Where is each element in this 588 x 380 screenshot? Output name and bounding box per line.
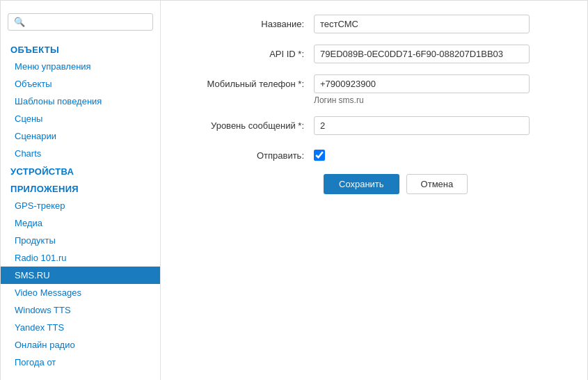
sidebar: 🔍 ОБЪЕКТЫМеню управленияОбъектыШаблоны п… xyxy=(1,1,161,380)
phone-field-wrapper: Логин sms.ru xyxy=(314,74,559,105)
sidebar-item-продукты[interactable]: Продукты xyxy=(1,232,160,249)
sidebar-nav: ОБЪЕКТЫМеню управленияОбъектыШаблоны пов… xyxy=(1,40,160,371)
level-input[interactable] xyxy=(314,116,530,135)
form-row-phone: Мобильный телефон *: Логин sms.ru xyxy=(189,74,559,105)
search-input[interactable] xyxy=(29,17,147,27)
phone-hint: Логин sms.ru xyxy=(314,95,559,105)
api-id-field-wrapper xyxy=(314,45,559,63)
form-row-send: Отправить: xyxy=(189,146,559,163)
sidebar-item-меню-управления[interactable]: Меню управления xyxy=(1,58,160,75)
phone-label: Мобильный телефон *: xyxy=(189,74,314,89)
api-id-label: API ID *: xyxy=(189,45,314,59)
sidebar-item-шаблоны-поведения[interactable]: Шаблоны поведения xyxy=(1,93,160,110)
level-label: Уровень сообщений *: xyxy=(189,116,314,131)
name-input[interactable] xyxy=(314,15,530,33)
api-id-input[interactable] xyxy=(314,45,530,63)
sidebar-item-yandex-tts[interactable]: Yandex TTS xyxy=(1,319,160,336)
phone-input[interactable] xyxy=(314,74,530,93)
level-field-wrapper xyxy=(314,116,559,135)
sidebar-section-title-2: ПРИЛОЖЕНИЯ xyxy=(1,180,160,197)
sidebar-item-gps-трекер[interactable]: GPS-трекер xyxy=(1,197,160,214)
sidebar-item-сцены[interactable]: Сцены xyxy=(1,110,160,127)
cancel-button[interactable]: Отмена xyxy=(406,174,468,194)
sidebar-item-сценарии[interactable]: Сценарии xyxy=(1,127,160,145)
search-icon: 🔍 xyxy=(14,17,25,27)
sidebar-section-title-1: УСТРОЙСТВА xyxy=(1,162,160,180)
name-label: Название: xyxy=(189,15,314,29)
form-row-level: Уровень сообщений *: xyxy=(189,116,559,135)
form-row-name: Название: xyxy=(189,15,559,33)
sidebar-item-sms.ru[interactable]: SMS.RU xyxy=(1,267,160,284)
sidebar-item-radio-101.ru[interactable]: Radio 101.ru xyxy=(1,249,160,267)
sidebar-item-video-messages[interactable]: Video Messages xyxy=(1,284,160,301)
sidebar-item-погода-от[interactable]: Погода от xyxy=(1,354,160,371)
form-row-api-id: API ID *: xyxy=(189,45,559,63)
form-buttons: Сохранить Отмена xyxy=(324,174,559,194)
send-checkbox[interactable] xyxy=(314,150,325,161)
sidebar-section-title-0: ОБЪЕКТЫ xyxy=(1,40,160,58)
save-button[interactable]: Сохранить xyxy=(324,174,399,194)
sidebar-item-объекты[interactable]: Объекты xyxy=(1,75,160,93)
sidebar-item-windows-tts[interactable]: Windows TTS xyxy=(1,301,160,319)
sidebar-item-медиа[interactable]: Медиа xyxy=(1,214,160,232)
send-label: Отправить: xyxy=(189,146,314,161)
name-field-wrapper xyxy=(314,15,559,33)
send-field-wrapper xyxy=(314,146,559,163)
sidebar-item-charts[interactable]: Charts xyxy=(1,145,160,162)
sidebar-item-онлайн-радио[interactable]: Онлайн радио xyxy=(1,336,160,354)
search-box[interactable]: 🔍 xyxy=(8,13,153,31)
main-content: Название: API ID *: Мобильный телефон *:… xyxy=(161,1,587,380)
